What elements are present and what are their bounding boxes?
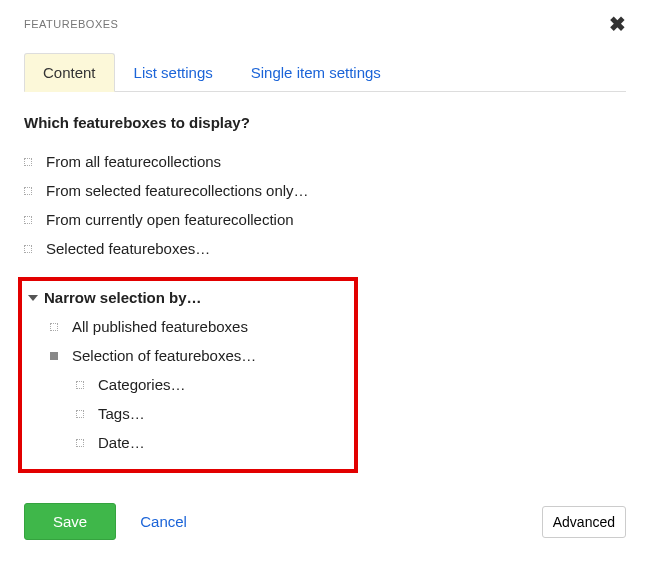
radio-label: All published featureboxes (72, 318, 248, 335)
narrow-options: All published featureboxes Selection of … (28, 312, 348, 370)
checkbox-label: Categories… (98, 376, 186, 393)
radio-selection-of-featureboxes[interactable]: Selection of featureboxes… (50, 341, 348, 370)
display-options: From all featurecollections From selecte… (24, 147, 626, 263)
tab-content[interactable]: Content (24, 53, 115, 92)
checkbox-label: Date… (98, 434, 145, 451)
radio-all-published[interactable]: All published featureboxes (50, 312, 348, 341)
radio-icon (24, 245, 32, 253)
radio-icon (24, 187, 32, 195)
tab-single-item-settings[interactable]: Single item settings (232, 53, 400, 92)
close-icon[interactable]: ✖ (609, 14, 626, 34)
checkbox-date[interactable]: Date… (76, 428, 348, 457)
radio-label: From selected featurecollections only… (46, 182, 309, 199)
cancel-button[interactable]: Cancel (140, 513, 187, 530)
narrow-selection-highlight: Narrow selection by… All published featu… (18, 277, 358, 473)
narrow-selection-toggle[interactable]: Narrow selection by… (28, 289, 348, 306)
dialog-title: FEATUREBOXES (24, 18, 118, 30)
checkbox-categories[interactable]: Categories… (76, 370, 348, 399)
save-button[interactable]: Save (24, 503, 116, 540)
narrow-heading: Narrow selection by… (44, 289, 202, 306)
radio-icon (24, 158, 32, 166)
section-heading: Which featureboxes to display? (24, 114, 626, 131)
checkbox-icon (76, 439, 84, 447)
narrow-sub-options: Categories… Tags… Date… (28, 370, 348, 457)
radio-label: From currently open featurecollection (46, 211, 294, 228)
radio-selected-featureboxes[interactable]: Selected featureboxes… (24, 234, 626, 263)
radio-icon (24, 216, 32, 224)
featureboxes-dialog: FEATUREBOXES ✖ Content List settings Sin… (0, 0, 650, 564)
tab-bar: Content List settings Single item settin… (24, 52, 626, 92)
checkbox-tags[interactable]: Tags… (76, 399, 348, 428)
radio-label: Selection of featureboxes… (72, 347, 256, 364)
dialog-header: FEATUREBOXES ✖ (24, 14, 626, 34)
radio-from-current[interactable]: From currently open featurecollection (24, 205, 626, 234)
radio-label: From all featurecollections (46, 153, 221, 170)
checkbox-icon (76, 410, 84, 418)
radio-label: Selected featureboxes… (46, 240, 210, 257)
checkbox-icon (76, 381, 84, 389)
radio-icon (50, 352, 58, 360)
chevron-down-icon (28, 295, 38, 301)
dialog-footer: Save Cancel Advanced (24, 503, 626, 540)
checkbox-label: Tags… (98, 405, 145, 422)
tab-list-settings[interactable]: List settings (115, 53, 232, 92)
radio-from-selected-collections[interactable]: From selected featurecollections only… (24, 176, 626, 205)
radio-icon (50, 323, 58, 331)
advanced-button[interactable]: Advanced (542, 506, 626, 538)
radio-from-all[interactable]: From all featurecollections (24, 147, 626, 176)
